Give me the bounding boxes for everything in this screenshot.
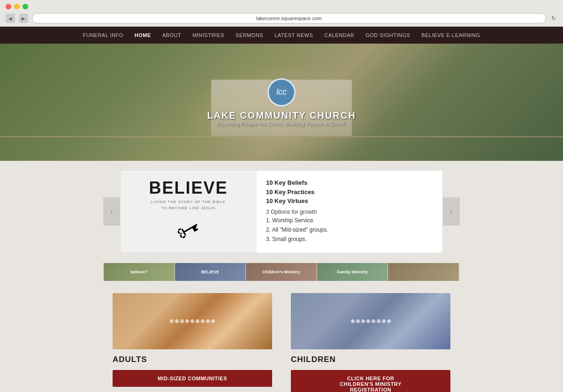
url-bar[interactable]: lakecomm.squarespace.com bbox=[32, 13, 546, 23]
minimize-button[interactable] bbox=[14, 4, 20, 9]
slide-image: BELIEVE LIVING THE STORY OF THE BIBLE TO… bbox=[121, 171, 257, 253]
adults-column: ADULTS MID-SIZED COMMUNITIES Care Minist… bbox=[113, 293, 272, 392]
thumb-believe-question[interactable]: believe? bbox=[104, 263, 175, 281]
church-name: LAKE COMMUNITY CHURCH bbox=[207, 110, 356, 121]
adults-image bbox=[113, 293, 272, 349]
nav-god-sightings[interactable]: GOD SIGHTINGS bbox=[360, 32, 416, 38]
nav-ministries[interactable]: MINISTRIES bbox=[187, 32, 230, 38]
site-nav: FUNERAL INFO HOME ABOUT MINISTRIES SERMO… bbox=[0, 27, 563, 44]
children-photo-placeholder bbox=[351, 319, 391, 323]
growth-option-3: 3. Small groups. bbox=[266, 236, 433, 242]
chevron-right-icon: › bbox=[450, 207, 452, 216]
mid-sized-communities-button[interactable]: MID-SIZED COMMUNITIES bbox=[113, 370, 272, 387]
carousel-prev-button[interactable]: ‹ bbox=[103, 197, 120, 226]
nav-home[interactable]: HOME bbox=[129, 32, 157, 38]
options-label: 3 Options for growth bbox=[266, 209, 433, 215]
close-button[interactable] bbox=[6, 4, 11, 9]
children-heading: CHILDREN bbox=[291, 355, 450, 364]
nav-about[interactable]: ABOUT bbox=[157, 32, 187, 38]
thumbnail-strip: believe? BELIEVE Children's Ministry Fam… bbox=[103, 263, 460, 281]
childrens-ministry-registration-button[interactable]: CLICK HERE FORCHILDREN'S MINISTRYREGISTR… bbox=[291, 370, 450, 392]
thumb-believe[interactable]: BELIEVE bbox=[175, 263, 246, 281]
refresh-button[interactable]: ↻ bbox=[550, 15, 557, 22]
browser-chrome: ◀ ▶ lakecomm.squarespace.com ↻ bbox=[0, 0, 563, 27]
children-column: CHILDREN CLICK HERE FORCHILDREN'S MINIST… bbox=[291, 293, 450, 392]
growth-options-list: 1. Worship Service. 2. All "Mid-sized" g… bbox=[266, 217, 433, 242]
nav-latest-news[interactable]: LATEST NEWS bbox=[269, 32, 319, 38]
thumb-family-ministry[interactable]: Family Ministry bbox=[317, 263, 388, 281]
children-image bbox=[291, 293, 450, 349]
chevron-left-icon: ‹ bbox=[110, 207, 113, 216]
believe-title: BELIEVE bbox=[149, 180, 228, 196]
carousel-slide: BELIEVE LIVING THE STORY OF THE BIBLE TO… bbox=[120, 170, 443, 253]
forward-button[interactable]: ▶ bbox=[19, 14, 28, 23]
url-text: lakecomm.squarespace.com bbox=[256, 15, 322, 21]
browser-toolbar: ◀ ▶ lakecomm.squarespace.com ↻ bbox=[6, 13, 557, 26]
hero-content: lcc LAKE COMMUNITY CHURCH Reaching Peopl… bbox=[207, 78, 356, 127]
adults-photo-placeholder bbox=[170, 319, 215, 323]
hero-road-detail bbox=[0, 136, 563, 137]
slide-key-points: 10 Key Beliefs 10 Key Practices 10 Key V… bbox=[266, 178, 433, 206]
hero-section: lcc LAKE COMMUNITY CHURCH Reaching Peopl… bbox=[0, 44, 563, 161]
church-tagline: Reaching People for Christ, Building Peo… bbox=[207, 121, 356, 127]
carousel-section: ‹ BELIEVE LIVING THE STORY OF THE BIBLE … bbox=[103, 170, 460, 253]
nav-funeral-info[interactable]: FUNERAL INFO bbox=[77, 32, 129, 38]
slide-text: 10 Key Beliefs 10 Key Practices 10 Key V… bbox=[257, 171, 442, 253]
nav-believe-elearning[interactable]: BELIEVE E-LEARNING bbox=[416, 32, 486, 38]
church-logo: lcc bbox=[267, 78, 296, 106]
carousel-next-button[interactable]: › bbox=[443, 197, 460, 226]
maximize-button[interactable] bbox=[23, 4, 28, 9]
logo-text: lcc bbox=[276, 87, 287, 97]
thumb-childrens-ministry[interactable]: Children's Ministry bbox=[246, 263, 317, 281]
nav-sermons[interactable]: SERMONS bbox=[230, 32, 269, 38]
two-column-section: ADULTS MID-SIZED COMMUNITIES Care Minist… bbox=[103, 293, 460, 392]
thumb-extra[interactable] bbox=[388, 263, 459, 281]
growth-option-2: 2. All "Mid-sized" groups. bbox=[266, 226, 433, 233]
main-content: ‹ BELIEVE LIVING THE STORY OF THE BIBLE … bbox=[0, 161, 563, 392]
growth-option-1: 1. Worship Service. bbox=[266, 217, 433, 224]
traffic-lights bbox=[6, 4, 557, 9]
nav-calendar[interactable]: CALENDAR bbox=[319, 32, 360, 38]
adults-heading: ADULTS bbox=[113, 355, 272, 364]
back-button[interactable]: ◀ bbox=[6, 14, 15, 23]
